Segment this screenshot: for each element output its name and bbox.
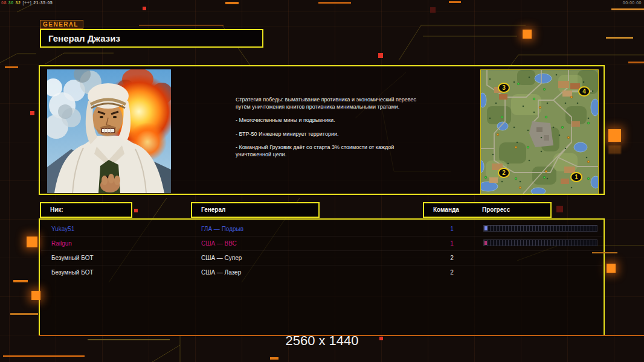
deco-glow-reflection [608,145,621,154]
deco-dash [606,37,633,39]
player-row: Безумный БОТ США — Супер 2 [40,251,604,265]
row-separator [41,250,602,251]
briefing-paragraph: - Командный Грузовик даёт со старта 3% с… [236,144,424,158]
briefing-paragraph: Стратегия победы: выматывание противника… [236,97,424,110]
briefing-paragraph: - Многочисленные мины и подрывники. [236,117,424,124]
deco-dash [449,1,461,3]
deco-dash [13,280,28,282]
fps-token: 21:35:05 [33,1,53,5]
deco-glow-square [31,291,40,300]
deco-dash [611,8,644,10]
deco-dash [3,355,85,357]
fps-token: 30 [8,1,14,5]
header-progress-label: Прогресс [482,203,510,217]
deco-dash [592,252,617,253]
player-general: США — Лазер [201,269,241,276]
spawn-marker: 2 [498,168,510,178]
deco-dash [270,357,279,360]
general-info-panel: Стратегия победы: выматывание противника… [39,65,605,195]
deco-dash [5,66,18,68]
row-separator [41,236,602,237]
fps-token: 08 [1,1,7,5]
deco-dash [628,62,644,63]
player-row: Railgun США — ВВС 1 [40,237,604,251]
player-nick: Безумный БОТ [51,269,94,276]
deco-red-square-dim [430,7,436,13]
deco-dash [10,313,38,315]
briefing-paragraph: - БТР-50 Инженер минирует территории. [236,131,424,138]
spawn-marker: 3 [498,83,510,93]
minimap: 3 4 2 1 [480,69,599,194]
player-nick: Yukay51 [51,226,74,232]
fps-token: 32 [16,1,21,5]
deco-red-square [30,111,34,115]
player-list-panel: Yukay51 ГЛА — Подрыв 1 Railgun США — ВВС… [39,218,605,335]
deco-red-square [143,7,146,10]
page-title: Генерал Джазиз [40,29,263,48]
general-tag: GENERΛL [40,20,83,29]
resolution-label: 2560 x 1440 [0,333,644,349]
player-nick: Railgun [51,240,72,247]
player-team: 1 [440,240,464,247]
general-portrait [47,69,171,193]
progress-fill [485,226,488,230]
deco-glow-square [27,237,37,247]
progress-fill [485,241,487,245]
header-team-progress: Команда Прогресс [423,202,552,218]
header-team-label: Команда [433,203,459,217]
player-general: США — Супер [201,255,242,261]
player-team: 1 [440,226,464,232]
recorder-overlay: 083032[++]21:35:05 [1,1,54,5]
progress-bar [483,225,597,232]
progress-bar [483,240,597,246]
deco-glow-square [608,129,621,142]
deco-red-square-dim [556,206,563,212]
session-clock: 00:00:00 [623,1,642,5]
header-nick: Ник: [40,202,132,218]
player-row: Yukay51 ГЛА — Подрыв 1 [40,222,604,237]
deco-glow-square [523,30,532,39]
spawn-marker: 4 [578,86,590,97]
player-general: ГЛА — Подрыв [201,226,243,232]
player-team: 2 [440,269,464,276]
fps-token: [++] [22,1,31,5]
header-general: Генерал [191,202,320,218]
deco-red-square [134,209,138,212]
spawn-marker: 1 [570,172,582,182]
player-row: Безумный БОТ США — Лазер 2 [40,265,604,280]
portrait-art [47,69,171,193]
deco-dash [225,2,239,4]
player-general: США — ВВС [201,240,237,247]
player-team: 2 [440,255,464,261]
strategy-briefing: Стратегия победы: выматывание противника… [236,97,424,165]
deco-red-square [378,53,383,58]
deco-dash [318,2,351,4]
deco-glow-square [607,264,616,273]
player-nick: Безумный БОТ [51,255,94,261]
row-separator [41,265,602,265]
